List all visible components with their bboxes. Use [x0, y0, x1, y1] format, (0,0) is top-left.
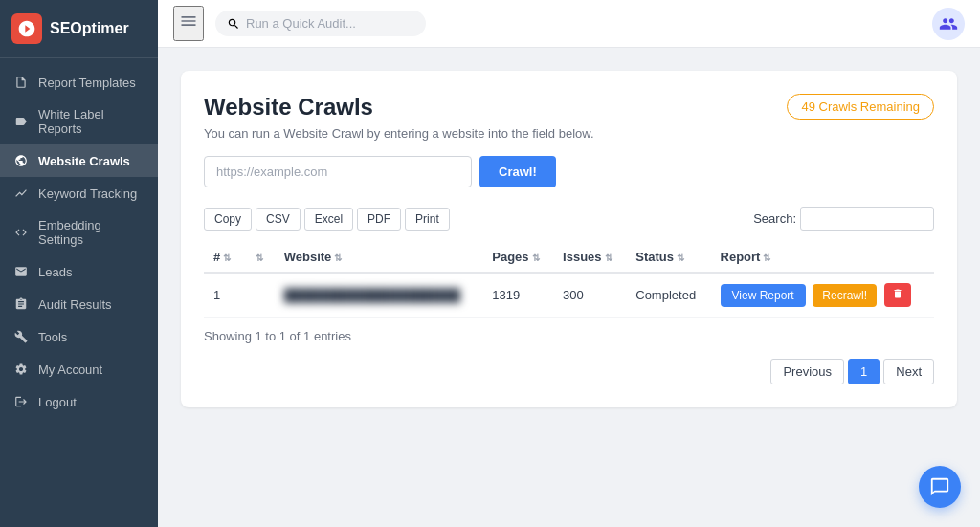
sidebar-item-website-crawls[interactable]: Website Crawls [0, 144, 158, 177]
tag-icon [13, 114, 29, 129]
page-header: Website Crawls 49 Crawls Remaining [204, 94, 934, 121]
col-sort: ⇅ [243, 242, 275, 273]
code-icon [13, 225, 29, 240]
brand-logo [11, 13, 42, 44]
row-num: 1 [204, 273, 243, 318]
row-status: Completed [626, 273, 710, 318]
crawl-url-input[interactable] [204, 156, 472, 187]
brand-name: SEOptimer [50, 20, 129, 37]
sidebar-item-leads[interactable]: Leads [0, 255, 158, 288]
search-box [215, 11, 426, 36]
sidebar-item-tools[interactable]: Tools [0, 320, 158, 353]
pdf-button[interactable]: PDF [357, 208, 401, 231]
chart-icon [13, 186, 29, 201]
sidebar-item-label: Embedding Settings [38, 218, 145, 247]
sidebar-item-label: Logout [38, 395, 77, 409]
delete-button[interactable] [884, 283, 911, 307]
row-website: ████████████████████ [275, 273, 483, 318]
previous-button[interactable]: Previous [770, 359, 844, 384]
chat-button[interactable] [919, 466, 961, 508]
main-container: Website Crawls 49 Crawls Remaining You c… [158, 0, 980, 527]
sidebar-item-label: Tools [38, 330, 67, 344]
col-status: Status⇅ [626, 242, 710, 273]
page-title: Website Crawls [204, 94, 373, 121]
crawls-remaining-badge: 49 Crawls Remaining [787, 94, 934, 120]
page-description: You can run a Website Crawl by entering … [204, 126, 934, 141]
page-1-button[interactable]: 1 [848, 359, 880, 384]
pagination: Previous 1 Next [204, 359, 934, 384]
col-pages: Pages⇅ [482, 242, 553, 273]
sidebar-item-keyword-tracking[interactable]: Keyword Tracking [0, 177, 158, 209]
crawl-button[interactable]: Crawl! [479, 156, 556, 187]
row-issues: 300 [553, 273, 626, 318]
gear-icon [13, 362, 29, 377]
sidebar-nav: Report Templates White Label Reports Web… [0, 58, 158, 527]
wrench-icon [13, 329, 29, 344]
view-report-button[interactable]: View Report [721, 284, 806, 307]
col-website: Website⇅ [275, 242, 483, 273]
sidebar-item-label: Keyword Tracking [38, 187, 137, 201]
table-row: 1 ████████████████████ 1319 300 Complete… [204, 273, 934, 318]
sidebar-header: SEOptimer [0, 0, 158, 58]
sidebar-item-label: Website Crawls [38, 154, 130, 168]
topbar [158, 0, 980, 48]
csv-button[interactable]: CSV [256, 208, 301, 231]
excel-button[interactable]: Excel [304, 208, 353, 231]
sidebar-item-logout[interactable]: Logout [0, 385, 158, 418]
mail-icon [13, 264, 29, 279]
showing-text: Showing 1 to 1 of 1 entries [204, 329, 934, 343]
next-button[interactable]: Next [883, 359, 934, 384]
col-num: #⇅ [204, 242, 243, 273]
copy-button[interactable]: Copy [204, 208, 252, 231]
crawls-table: #⇅ ⇅ Website⇅ Pages⇅ Issues⇅ Status⇅ Rep… [204, 242, 934, 318]
row-sort-handle [243, 273, 275, 318]
sidebar-item-label: My Account [38, 362, 102, 377]
website-crawls-card: Website Crawls 49 Crawls Remaining You c… [181, 71, 957, 407]
row-actions: View Report Recrawl! [711, 273, 934, 318]
sidebar-item-audit-results[interactable]: Audit Results [0, 288, 158, 320]
col-issues: Issues⇅ [553, 242, 626, 273]
sidebar-item-label: Report Templates [38, 76, 136, 90]
sidebar-item-label: Leads [38, 265, 72, 279]
search-icon [227, 17, 240, 31]
topbar-right [932, 8, 965, 40]
sidebar-item-my-account[interactable]: My Account [0, 353, 158, 385]
clipboard-icon [13, 296, 29, 312]
user-avatar-button[interactable] [932, 8, 965, 40]
main-content: Website Crawls 49 Crawls Remaining You c… [158, 48, 980, 527]
row-pages: 1319 [482, 273, 553, 318]
sidebar-item-report-templates[interactable]: Report Templates [0, 66, 158, 99]
print-button[interactable]: Print [405, 208, 450, 231]
globe-icon [13, 153, 29, 168]
quick-audit-input[interactable] [246, 16, 399, 31]
table-controls: Copy CSV Excel PDF Print Search: [204, 207, 934, 231]
sidebar-item-label: Audit Results [38, 297, 112, 312]
sidebar-item-white-label-reports[interactable]: White Label Reports [0, 99, 158, 144]
hamburger-button[interactable] [173, 6, 204, 41]
file-icon [13, 75, 29, 90]
col-report: Report⇅ [711, 242, 934, 273]
crawl-form: Crawl! [204, 156, 934, 187]
recrawl-button[interactable]: Recrawl! [813, 284, 877, 307]
table-search-input[interactable] [800, 207, 934, 231]
sidebar-item-label: White Label Reports [38, 107, 145, 136]
logout-icon [13, 394, 29, 409]
sidebar: SEOptimer Report Templates White Label R… [0, 0, 158, 527]
search-label: Search: [753, 211, 796, 226]
sidebar-item-embedding-settings[interactable]: Embedding Settings [0, 209, 158, 255]
